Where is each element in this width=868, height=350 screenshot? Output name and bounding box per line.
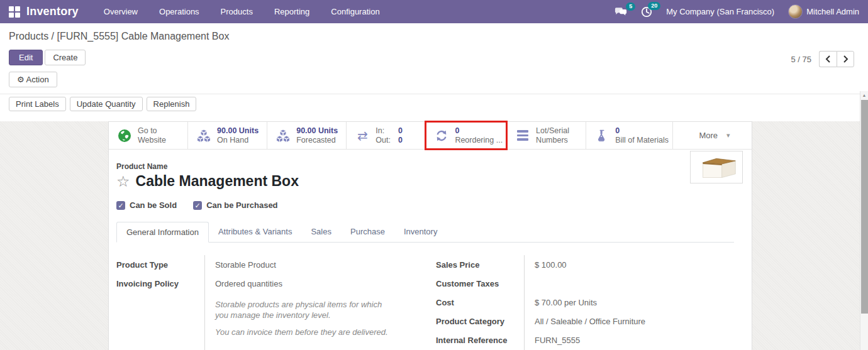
go-to-website-button[interactable]: Go toWebsite — [109, 122, 188, 149]
invoicing-policy-label: Invoicing Policy — [116, 274, 204, 293]
user-avatar — [788, 4, 803, 19]
field-row-help-text: Storable products are physical items for… — [116, 293, 407, 347]
action-button[interactable]: ⚙ Action — [9, 72, 57, 87]
cost-value[interactable]: $ 70.00 per Units — [524, 293, 724, 312]
more-label: More — [699, 131, 718, 140]
can-be-sold-label: Can be Sold — [130, 200, 177, 210]
activities-button[interactable]: 20 — [641, 6, 652, 18]
app-name[interactable]: Inventory — [26, 5, 79, 18]
product-title: Cable Management Box — [136, 173, 299, 190]
nav-item-overview[interactable]: Overview — [95, 1, 147, 22]
company-switcher[interactable]: My Company (San Francisco) — [666, 7, 774, 16]
internal-reference-value[interactable]: FURN_5555 — [524, 331, 724, 349]
help-line-2: You can invoice them before they are del… — [215, 327, 388, 337]
unit-of-measure-label: Unit of Measure — [116, 347, 204, 350]
breadcrumb-products[interactable]: Products — [9, 31, 48, 41]
field-row-customer-taxes: Customer Taxes — [436, 274, 724, 293]
gear-icon: ⚙ — [17, 75, 25, 84]
control-panel: Products / [FURN_5555] Cable Management … — [0, 23, 868, 94]
stat-button-box: Go toWebsite 90.00 UnitsOn Hand — [109, 122, 752, 150]
action-button-label: Action — [26, 75, 49, 84]
update-quantity-button[interactable]: Update Quantity — [70, 97, 143, 111]
nav-item-reporting[interactable]: Reporting — [265, 1, 318, 22]
invoicing-policy-value[interactable]: Ordered quantities — [204, 274, 407, 293]
product-category-label: Product Category — [436, 312, 524, 331]
cubes-icon — [275, 129, 291, 143]
bars-icon — [517, 130, 528, 141]
out-label: Out: — [376, 136, 391, 145]
product-form-sheet: Go toWebsite 90.00 UnitsOn Hand — [108, 121, 752, 350]
fields-left-column: Product Type Storable Product Invoicing … — [116, 255, 407, 350]
product-type-label: Product Type — [116, 255, 204, 274]
out-value: 0 — [398, 136, 403, 145]
in-out-stat-button[interactable]: ⇄ In: 0 Out: 0 — [347, 122, 426, 149]
customer-taxes-value[interactable] — [524, 274, 724, 293]
field-row-sales-price: Sales Price $ 100.00 — [436, 255, 724, 274]
bill-of-materials-stat-button[interactable]: 0Bill of Materials — [586, 122, 673, 149]
breadcrumb-separator: / — [48, 31, 57, 41]
navbar-right: 5 20 My Company (San Francisco) Mitchell… — [615, 4, 859, 19]
favorite-star-icon[interactable]: ☆ — [116, 174, 130, 189]
pager-next-button[interactable] — [837, 51, 854, 67]
print-labels-button[interactable]: Print Labels — [9, 97, 66, 111]
pager: 5 / 75 — [791, 51, 859, 67]
form-view-background: Go toWebsite 90.00 UnitsOn Hand — [0, 121, 868, 350]
edit-button[interactable]: Edit — [9, 50, 43, 65]
more-dropdown-button[interactable]: More ▾ — [673, 122, 752, 149]
can-be-purchased-checkbox[interactable]: ✓ Can be Purchased — [193, 200, 277, 210]
nav-item-products[interactable]: Products — [212, 1, 262, 22]
chevron-left-icon — [825, 55, 831, 63]
tab-purchase[interactable]: Purchase — [341, 222, 394, 243]
cable-box-picture — [694, 153, 739, 181]
statusbar: Print Labels Update Quantity Replenish — [0, 94, 868, 114]
tab-inventory[interactable]: Inventory — [394, 222, 447, 243]
reordering-value: 0 — [455, 126, 503, 136]
pager-previous-button[interactable] — [819, 51, 837, 67]
forecasted-stat-button[interactable]: 90.00 UnitsForecasted — [267, 122, 347, 149]
field-row-cost: Cost $ 70.00 per Units — [436, 293, 724, 312]
vertical-scrollbar[interactable]: ▲ — [860, 91, 868, 350]
can-be-purchased-label: Can be Purchased — [206, 200, 277, 210]
nav-item-operations[interactable]: Operations — [150, 1, 208, 22]
reordering-rules-stat-button[interactable]: 0Reordering ... — [426, 122, 507, 149]
nav-item-configuration[interactable]: Configuration — [322, 1, 388, 22]
tab-sales[interactable]: Sales — [301, 222, 341, 243]
notebook-tabs: General Information Attributes & Variant… — [116, 222, 734, 243]
field-row-internal-reference: Internal Reference FURN_5555 — [436, 331, 724, 349]
tab-general-information[interactable]: General Information — [116, 222, 209, 243]
cost-label: Cost — [436, 293, 524, 312]
storable-help-text: Storable products are physical items for… — [204, 293, 407, 347]
user-menu[interactable]: Mitchell Admin — [788, 4, 859, 19]
chat-icon — [615, 7, 627, 17]
field-row-unit-of-measure: Unit of Measure Units — [116, 347, 407, 350]
on-hand-value: 90.00 Units — [217, 126, 259, 136]
chevron-right-icon — [843, 55, 849, 63]
product-image[interactable] — [690, 151, 743, 183]
on-hand-stat-button[interactable]: 90.00 UnitsOn Hand — [188, 122, 267, 149]
forecasted-value: 90.00 Units — [296, 126, 338, 136]
tab-attributes-variants[interactable]: Attributes & Variants — [209, 222, 302, 243]
fields-right-column: Sales Price $ 100.00 Customer Taxes Cost… — [436, 255, 724, 350]
apps-grid-icon[interactable] — [9, 6, 20, 18]
caret-down-icon: ▾ — [726, 131, 730, 139]
scroll-up-icon[interactable]: ▲ — [860, 91, 868, 97]
sales-price-value[interactable]: $ 100.00 — [524, 255, 724, 274]
nav-menu: Overview Operations Products Reporting C… — [95, 1, 389, 22]
go-to-website-line2: Website — [138, 136, 166, 145]
flask-icon — [594, 129, 609, 142]
can-be-sold-checkbox[interactable]: ✓ Can be Sold — [116, 200, 177, 210]
lot-serial-numbers-button[interactable]: Lot/SerialNumbers — [507, 122, 586, 149]
bom-label: Bill of Materials — [615, 136, 669, 145]
field-row-product-type: Product Type Storable Product — [116, 255, 407, 274]
bom-value: 0 — [615, 126, 669, 136]
cubes-icon — [196, 129, 211, 143]
checked-checkbox-icon: ✓ — [193, 201, 202, 210]
lot-serial-line2: Numbers — [536, 136, 568, 145]
replenish-button[interactable]: Replenish — [147, 97, 197, 111]
messages-button[interactable]: 5 — [615, 7, 627, 17]
unit-of-measure-value[interactable]: Units — [204, 347, 407, 350]
product-type-value[interactable]: Storable Product — [204, 255, 407, 274]
scrollbar-thumb[interactable] — [861, 100, 868, 314]
product-category-value[interactable]: All / Saleable / Office Furniture — [524, 312, 724, 331]
create-button[interactable]: Create — [45, 50, 86, 65]
